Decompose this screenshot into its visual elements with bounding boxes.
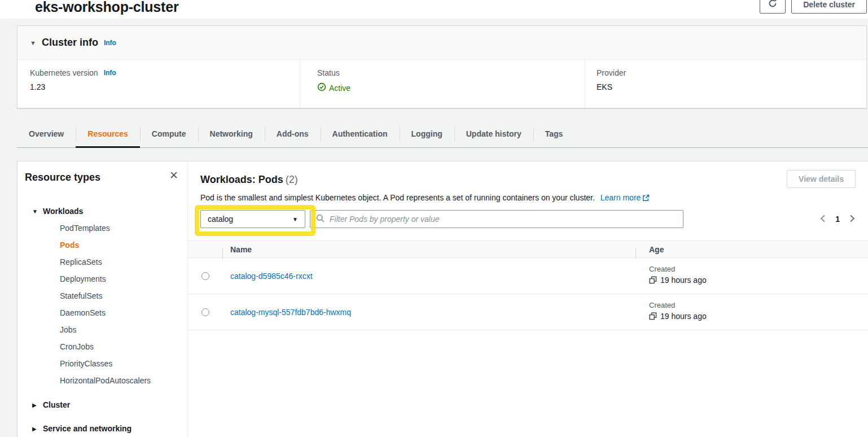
provider-label: Provider (597, 68, 626, 77)
caret-down-icon: ▼ (30, 40, 36, 46)
pods-description: Pod is the smallest and simplest Kuberne… (200, 193, 595, 202)
sidebar-item-pods[interactable]: Pods (25, 237, 178, 254)
tab-logging[interactable]: Logging (400, 121, 454, 147)
dropdown-selected-value: catalog (208, 215, 292, 224)
caret-right-icon: ▶ (25, 426, 36, 432)
current-page-number[interactable]: 1 (835, 215, 840, 224)
pod-name-link[interactable]: catalog-mysql-557fdb7bd6-hwxmq (230, 308, 351, 317)
close-icon[interactable]: ✕ (169, 170, 178, 181)
sidebar-item-priorityclasses[interactable]: PriorityClasses (25, 355, 178, 372)
tab-resources[interactable]: Resources (76, 121, 140, 147)
age-value: 19 hours ago (660, 276, 707, 285)
delete-cluster-button[interactable]: Delete cluster (791, 0, 867, 14)
view-details-button[interactable]: View details (787, 170, 856, 188)
provider-value: EKS (597, 82, 866, 91)
tree-group-label: Cluster (43, 400, 70, 409)
status-field: Status Active (300, 60, 585, 108)
resource-types-sidebar: Resource types ✕ ▼ Workloads PodTemplate… (17, 161, 188, 437)
check-circle-icon (317, 82, 326, 93)
age-created-label: Created (649, 265, 868, 273)
copy-icon[interactable] (649, 276, 657, 284)
header-actions: Delete cluster (760, 0, 867, 14)
column-header-age[interactable]: Age (649, 245, 664, 254)
sidebar-item-jobs[interactable]: Jobs (25, 321, 178, 338)
pods-count: (2) (286, 174, 298, 185)
resources-content: Resource types ✕ ▼ Workloads PodTemplate… (17, 161, 868, 437)
column-header-name[interactable]: Name (230, 245, 252, 254)
tab-bar: Overview Resources Compute Networking Ad… (17, 121, 868, 148)
caret-down-icon: ▼ (25, 208, 36, 215)
tree-group-workloads[interactable]: ▼ Workloads (25, 203, 178, 220)
sidebar-item-horizontalpodautoscalers[interactable]: HorizontalPodAutoscalers (25, 372, 178, 389)
caret-down-icon: ▼ (292, 216, 298, 222)
pagination: 1 (819, 215, 856, 224)
tab-compute[interactable]: Compute (140, 121, 198, 147)
page-title: eks-workshop-cluster (35, 0, 178, 15)
resource-tree: ▼ Workloads PodTemplates Pods ReplicaSet… (25, 203, 178, 437)
provider-field: Provider EKS (585, 60, 866, 108)
search-input[interactable] (330, 215, 677, 224)
tree-group-label: Workloads (43, 207, 83, 216)
sidebar-item-podtemplates[interactable]: PodTemplates (25, 220, 178, 237)
tree-group-cluster[interactable]: ▶ Cluster (25, 396, 178, 413)
cluster-info-title: Cluster info (42, 37, 98, 49)
refresh-icon (768, 0, 777, 10)
tree-group-label: Service and networking (43, 424, 131, 433)
tab-tags[interactable]: Tags (533, 121, 575, 147)
chevron-left-icon (819, 215, 826, 224)
cluster-info-header[interactable]: ▼ Cluster info Info (17, 26, 866, 60)
sidebar-item-statefulsets[interactable]: StatefulSets (25, 287, 178, 304)
external-link-icon (642, 194, 650, 203)
sidebar-item-deployments[interactable]: Deployments (25, 270, 178, 287)
copy-icon[interactable] (649, 312, 657, 320)
panel-title: Workloads: Pods(2) (200, 174, 298, 186)
sidebar-item-replicasets[interactable]: ReplicaSets (25, 254, 178, 270)
status-badge: Active (329, 84, 350, 93)
kubernetes-version-field: Kubernetes version Info 1.23 (17, 60, 300, 108)
tab-authentication[interactable]: Authentication (321, 121, 400, 147)
namespace-filter-dropdown[interactable]: catalog ▼ (200, 210, 305, 228)
sidebar-item-cronjobs[interactable]: CronJobs (25, 338, 178, 355)
row-radio-button[interactable] (201, 308, 209, 316)
pod-name-link[interactable]: catalog-d5985c46-rxcxt (230, 272, 313, 281)
resource-types-title: Resource types (25, 172, 178, 183)
table-row: catalog-mysql-557fdb7bd6-hwxmq Created 1… (188, 294, 868, 330)
cluster-info-card: ▼ Cluster info Info Kubernetes version I… (17, 25, 867, 108)
tab-add-ons[interactable]: Add-ons (265, 121, 321, 147)
cluster-info-info-link[interactable]: Info (104, 39, 116, 47)
status-label: Status (317, 68, 340, 77)
pods-table: Name Age catalog-d5985c46-rxcxt Created … (188, 241, 868, 330)
kubernetes-version-value: 1.23 (30, 82, 300, 91)
row-radio-button[interactable] (201, 272, 209, 280)
cluster-info-body: Kubernetes version Info 1.23 Status Acti… (17, 60, 866, 108)
caret-right-icon: ▶ (25, 402, 36, 408)
next-page-button[interactable] (849, 215, 856, 224)
previous-page-button[interactable] (819, 215, 826, 224)
tree-group-service-and-networking[interactable]: ▶ Service and networking (25, 420, 178, 437)
age-value: 19 hours ago (660, 312, 707, 321)
table-header-row: Name Age (188, 241, 868, 258)
pods-filter-searchbox[interactable] (310, 210, 683, 228)
table-row: catalog-d5985c46-rxcxt Created 19 hours … (188, 258, 868, 294)
learn-more-link[interactable]: Learn more (600, 193, 650, 202)
age-created-label: Created (649, 301, 868, 309)
search-icon (316, 214, 325, 225)
kubernetes-version-info-link[interactable]: Info (104, 69, 116, 77)
chevron-right-icon (849, 215, 856, 224)
tab-update-history[interactable]: Update history (454, 121, 533, 147)
sidebar-item-daemonsets[interactable]: DaemonSets (25, 304, 178, 321)
top-bar: eks-workshop-cluster Delete cluster (0, 0, 868, 19)
tab-networking[interactable]: Networking (198, 121, 265, 147)
refresh-button[interactable] (760, 0, 786, 14)
tab-overview[interactable]: Overview (17, 121, 76, 147)
kubernetes-version-label: Kubernetes version (30, 68, 98, 77)
pods-panel: Workloads: Pods(2) View details Pod is t… (188, 161, 868, 437)
